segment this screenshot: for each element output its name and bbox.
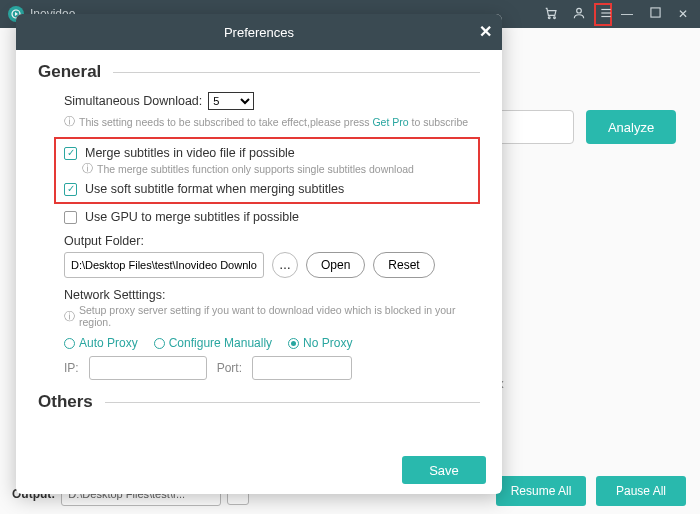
resume-all-button[interactable]: Resume All <box>496 476 586 506</box>
cart-icon[interactable] <box>542 6 560 23</box>
open-folder-button[interactable]: Open <box>306 252 365 278</box>
merge-subtitles-label: Merge subtitles in video file if possibl… <box>85 146 295 160</box>
maximize-icon[interactable] <box>646 7 664 21</box>
get-pro-link[interactable]: Get Pro <box>372 116 408 128</box>
gpu-subtitles-checkbox[interactable]: ✓ <box>64 211 77 224</box>
soft-subtitle-checkbox[interactable]: ✓ <box>64 183 77 196</box>
port-label: Port: <box>217 361 242 375</box>
dialog-title: Preferences <box>224 25 294 40</box>
output-folder-input[interactable] <box>64 252 264 278</box>
info-icon: ⓘ <box>82 162 93 176</box>
network-settings-label: Network Setttings: <box>64 288 480 302</box>
network-help-text: Setup proxy server setting if you want t… <box>79 304 480 328</box>
svg-point-1 <box>548 16 550 18</box>
user-icon[interactable] <box>570 6 588 23</box>
manual-proxy-radio[interactable]: Configure Manually <box>154 336 272 350</box>
port-input[interactable] <box>252 356 352 380</box>
section-general-heading: General <box>38 62 480 82</box>
svg-rect-7 <box>650 8 659 17</box>
reset-folder-button[interactable]: Reset <box>373 252 434 278</box>
ip-input[interactable] <box>89 356 207 380</box>
analyze-button[interactable]: Analyze <box>586 110 676 144</box>
merge-subtitles-checkbox[interactable]: ✓ <box>64 147 77 160</box>
auto-proxy-radio[interactable]: Auto Proxy <box>64 336 138 350</box>
menu-icon[interactable] <box>594 3 612 26</box>
svg-point-2 <box>554 16 556 18</box>
minimize-icon[interactable]: — <box>618 7 636 21</box>
close-icon[interactable]: ✕ <box>674 7 692 21</box>
soft-subtitle-label: Use soft subtitle format when merging su… <box>85 182 344 196</box>
close-icon[interactable]: ✕ <box>479 22 492 41</box>
svg-point-3 <box>577 8 582 13</box>
sim-help-text: This setting needs to be subscribed to t… <box>79 116 468 128</box>
pause-all-button[interactable]: Pause All <box>596 476 686 506</box>
info-icon: ⓘ <box>64 114 75 129</box>
browse-folder-button[interactable]: … <box>272 252 298 278</box>
highlighted-subtitle-options: ✓ Merge subtitles in video file if possi… <box>54 137 480 204</box>
gpu-subtitles-label: Use GPU to merge subtitles if possible <box>85 210 299 224</box>
no-proxy-radio[interactable]: No Proxy <box>288 336 352 350</box>
output-folder-label: Output Folder: <box>64 234 480 248</box>
merge-help-text: The merge subtitles function only suppor… <box>97 163 414 175</box>
simultaneous-label: Simultaneous Download: <box>64 94 202 108</box>
dialog-header: Preferences ✕ <box>16 14 502 50</box>
ip-label: IP: <box>64 361 79 375</box>
save-button[interactable]: Save <box>402 456 486 484</box>
section-others-heading: Others <box>38 392 480 412</box>
preferences-dialog: Preferences ✕ General Simultaneous Downl… <box>16 14 502 494</box>
info-icon: ⓘ <box>64 309 75 324</box>
simultaneous-select[interactable]: 5 <box>208 92 254 110</box>
